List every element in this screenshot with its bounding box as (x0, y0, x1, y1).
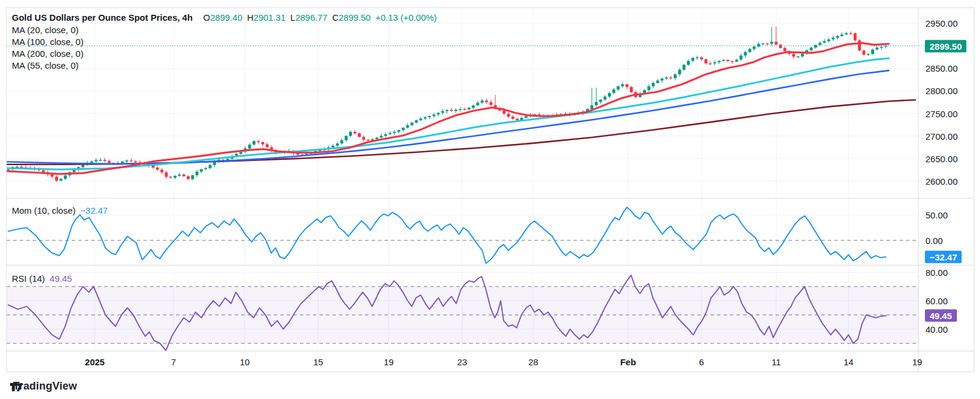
candle-body (630, 87, 633, 92)
ohlc-value: 2901.31 (254, 12, 286, 22)
candle-body (608, 93, 611, 96)
candle-body (161, 170, 164, 173)
time-axis-label[interactable]: 11 (771, 357, 781, 367)
tradingview-logo-icon (8, 380, 24, 394)
candle-body (652, 83, 655, 86)
candle-body (858, 40, 861, 50)
indicator-label-ma-3[interactable]: MA (55, close, 0) (12, 60, 437, 72)
ohlc-value: 2896.77 (295, 12, 327, 22)
rsi-axis-label[interactable]: 60.00 (925, 296, 948, 306)
candle-body (621, 84, 624, 86)
price-axis-label[interactable]: 2850.00 (925, 63, 957, 73)
candle-body (867, 54, 870, 54)
candle-body (849, 33, 852, 34)
rsi-axis-label[interactable]: 80.00 (925, 268, 948, 278)
momentum-value: −32.47 (81, 205, 108, 215)
candle-body (476, 103, 479, 106)
candle-body (485, 101, 488, 102)
ma-55-line (7, 59, 889, 170)
candle-body (757, 44, 760, 47)
time-axis-label[interactable]: 19 (912, 357, 923, 367)
candle-body (801, 54, 804, 57)
price-axis-label[interactable]: 2650.00 (925, 153, 957, 163)
candle-body (204, 168, 207, 169)
price-axis-label[interactable]: 2700.00 (925, 131, 957, 141)
candle-body (332, 146, 335, 147)
candle-body (42, 170, 45, 172)
candle-body (489, 102, 492, 105)
candle-body (402, 128, 405, 130)
rsi-value: 49.45 (50, 273, 72, 284)
candle-body (196, 172, 198, 175)
price-change: +0.13 (+0.00%) (376, 12, 437, 22)
momentum-axis-label[interactable]: 50.00 (925, 210, 948, 220)
candle-body (656, 81, 659, 83)
candle-body (152, 166, 155, 168)
candle-body (648, 86, 651, 91)
candle-body (64, 175, 67, 179)
candle-body (265, 144, 268, 147)
time-axis-label[interactable]: 23 (457, 357, 467, 367)
candle-body (880, 47, 883, 48)
candle-body (696, 57, 699, 58)
candle-body (99, 160, 102, 160)
candle-body (437, 113, 440, 115)
ohlc-value: 2899.40 (210, 12, 242, 22)
time-axis-label[interactable]: 15 (313, 357, 324, 367)
candle-body (103, 160, 106, 161)
ohlc-value: 2899.50 (338, 12, 370, 22)
candle-body (612, 89, 615, 93)
candle-body (187, 176, 190, 179)
ohlc-letter: C (332, 12, 339, 22)
candle-body (20, 167, 23, 168)
time-axis-label[interactable]: 10 (240, 357, 250, 367)
candle-body (398, 130, 401, 132)
candle-body (814, 45, 817, 47)
candle-body (836, 36, 839, 38)
rsi-axis-label[interactable]: 40.00 (925, 324, 948, 334)
legend-title-row: Gold US Dollars per Ounce Spot Prices, 4… (12, 12, 437, 24)
candle-body (704, 59, 707, 63)
indicator-label-ma-1[interactable]: MA (100, close, 0) (12, 36, 437, 48)
symbol-title[interactable]: Gold US Dollars per Ounce Spot Prices, 4… (12, 12, 193, 22)
candle-body (876, 48, 879, 50)
candle-body (174, 176, 177, 178)
price-axis-label[interactable]: 2600.00 (925, 176, 957, 186)
tradingview-logo[interactable]: TradingView (8, 380, 77, 392)
rsi-indicator-label[interactable]: RSI (14)49.45 (12, 273, 72, 284)
price-axis-label[interactable]: 2800.00 (925, 86, 957, 96)
candle-body (779, 45, 782, 49)
time-axis-label[interactable]: 7 (171, 357, 176, 367)
candle-body (419, 118, 422, 120)
indicator-label-ma-0[interactable]: MA (20, close, 0) (12, 24, 437, 36)
momentum-axis-label[interactable]: 0.00 (925, 236, 943, 246)
candle-body (687, 61, 690, 65)
momentum-indicator-label[interactable]: Mom (10, close)−32.47 (12, 205, 108, 215)
time-axis-label[interactable]: 19 (384, 357, 394, 367)
indicator-label-ma-2[interactable]: MA (200, close, 0) (12, 48, 437, 60)
time-axis-label[interactable]: 14 (844, 357, 854, 367)
price-axis-label[interactable]: 2750.00 (925, 108, 957, 118)
candle-body (55, 176, 58, 181)
candle-body (411, 123, 414, 125)
candle-body (665, 78, 668, 79)
candle-body (722, 60, 725, 61)
time-axis-label[interactable]: Feb (620, 357, 636, 367)
candle-body (209, 165, 212, 168)
price-axis-label[interactable]: 2950.00 (925, 18, 957, 28)
candle-body (15, 167, 18, 168)
candle-body (854, 33, 857, 40)
candle-body (744, 52, 747, 56)
candle-body (213, 162, 216, 165)
time-axis-label[interactable]: 2025 (85, 357, 104, 367)
candle-body (336, 143, 339, 146)
candle-body (90, 162, 93, 163)
ma-indicator-rows: MA (20, close, 0)MA (100, close, 0)MA (2… (12, 24, 437, 72)
candle-body (252, 141, 255, 144)
rsi-value-badge: 49.45 (925, 310, 957, 322)
candle-body (165, 172, 168, 177)
candle-body (832, 38, 835, 40)
time-axis-label[interactable]: 6 (699, 357, 704, 367)
candle-body (182, 175, 185, 176)
time-axis-label[interactable]: 28 (529, 357, 539, 367)
